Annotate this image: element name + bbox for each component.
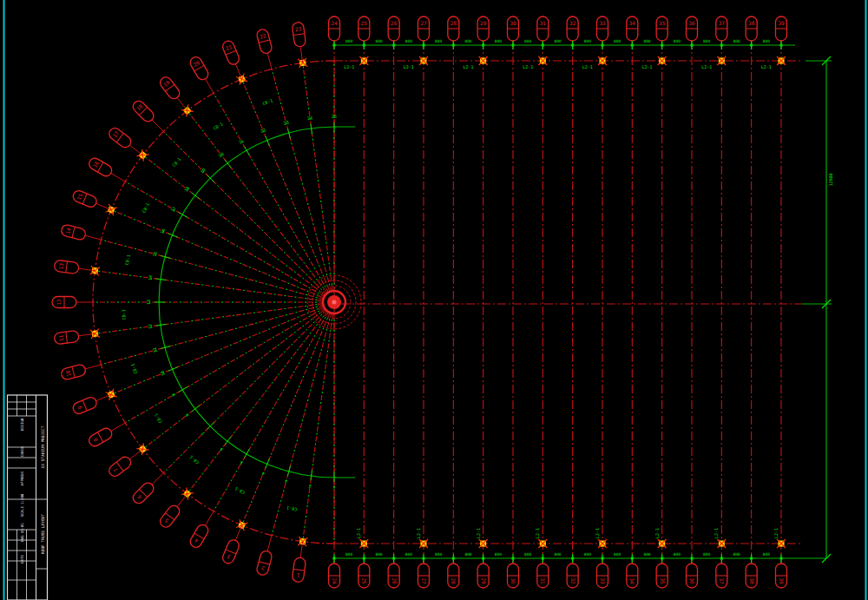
axis-bubble-label: 11 [57, 334, 64, 341]
intersection-marker[interactable] [359, 56, 368, 65]
axis-bubble-label: 24 [331, 20, 338, 26]
bay-dimension-text: 800 [643, 552, 650, 557]
dimension-node [601, 557, 603, 560]
axis-bubble-label: 33 [600, 577, 606, 584]
dimension-node [690, 557, 693, 560]
dimension-node [542, 557, 544, 560]
axis-bubble-label: 28 [450, 20, 457, 26]
bay-dimension-text: 800 [763, 39, 770, 43]
axis-bubble-label: 32 [570, 577, 576, 584]
intersection-marker[interactable] [479, 56, 488, 65]
bay-dimension-text: 800 [495, 552, 502, 557]
dimension-node [333, 44, 336, 47]
intersection-marker[interactable] [359, 539, 368, 548]
dimension-node [511, 557, 514, 560]
grid-bay-label: L2-1 [773, 528, 779, 538]
dimension-node [661, 44, 663, 47]
fan-bay-label: C8-1 [121, 309, 127, 320]
dimension-node [631, 44, 634, 47]
axis-bubble-label: 38 [749, 577, 755, 584]
intersection-marker[interactable] [777, 56, 786, 65]
cad-drawing-canvas[interactable]: 2524232221201918171615141312111098765432… [0, 0, 868, 600]
intersection-marker[interactable] [419, 56, 428, 65]
intersection-marker[interactable] [598, 56, 607, 65]
axis-bubble-label: 12 [56, 299, 62, 306]
axis-bubble-label: 37 [719, 577, 725, 584]
axis-bubble-label: 30 [510, 577, 516, 584]
intersection-marker[interactable] [479, 539, 488, 548]
dimension-node [779, 557, 782, 560]
intersection-marker[interactable] [419, 539, 428, 548]
dimension-node [452, 557, 455, 560]
dimension-node [571, 44, 574, 47]
title-block-field: DESIGN [20, 418, 24, 431]
bay-dimension-text: 800 [614, 552, 621, 557]
dimension-node [750, 557, 753, 560]
bay-dimension-text: 800 [435, 39, 442, 43]
arc-tick-label: 14 [147, 275, 153, 281]
grid-bay-label: L2-1 [404, 64, 414, 69]
grid-bay-label: L2-1 [595, 528, 600, 538]
bay-dimension-text: 800 [464, 39, 471, 43]
intersection-marker[interactable] [717, 539, 726, 548]
intersection-marker[interactable] [658, 539, 667, 548]
grid-bay-label: L2-1 [535, 528, 540, 538]
arc-tick-label: 13 [146, 300, 151, 305]
right-dimension-text: 12900 [828, 173, 833, 186]
intersection-marker[interactable] [777, 539, 786, 548]
bay-dimension-text: 800 [464, 552, 471, 557]
axis-bubble-label: 26 [391, 20, 398, 26]
axis-bubble-label: 36 [688, 20, 695, 26]
bay-dimension-text: 800 [733, 552, 740, 557]
axis-bubble-label: 23 [295, 25, 302, 32]
dimension-node [482, 44, 484, 47]
bay-dimension-text: 800 [674, 552, 681, 557]
dimension-node [631, 557, 634, 560]
grid-bay-label: L2-1 [356, 528, 361, 538]
cad-viewport: 2524232221201918171615141312111098765432… [0, 0, 868, 600]
dimension-node [542, 44, 544, 47]
grid-bay-label: L2-1 [463, 64, 473, 69]
grid-bay-label: L2-1 [344, 64, 354, 69]
bay-dimension-text: 800 [345, 39, 352, 43]
axis-bubble-label: 30 [510, 20, 516, 26]
dimension-node [363, 44, 365, 47]
axis-bubble-label: 34 [629, 577, 635, 584]
bay-dimension-text: 800 [763, 552, 770, 557]
grid-bay-label: L2-1 [701, 64, 712, 69]
axis-bubble-label: 35 [660, 577, 666, 584]
bay-dimension-text: 800 [405, 552, 412, 557]
intersection-marker[interactable] [658, 56, 667, 65]
intersection-marker[interactable] [598, 539, 607, 548]
axis-bubble-label: 36 [689, 577, 695, 584]
bay-dimension-text: 800 [554, 39, 561, 43]
grid-bay-label: L2-1 [582, 64, 593, 69]
arc-tick-label: 12 [147, 324, 153, 330]
bay-dimension-text: 800 [375, 552, 382, 557]
title-block-field: DATE [20, 555, 24, 564]
dimension-node [779, 44, 782, 47]
title-block-field: SCALE 1:200 [20, 493, 24, 517]
title-block-field: DWG GS-01 [20, 523, 24, 542]
axis-bubble-label: 24 [332, 577, 338, 584]
bay-dimension-text: 800 [524, 39, 531, 43]
grid-bay-label: L2-1 [416, 528, 421, 538]
bay-dimension-text: 800 [375, 39, 382, 43]
title-block-title: ROOF TRUSS LAYOUT [41, 514, 45, 554]
axis-bubble-label: 39 [778, 20, 785, 26]
bay-dimension-text: 800 [495, 39, 502, 43]
dimension-node [452, 44, 455, 47]
title-block-field: CHECK [20, 445, 24, 457]
axis-bubble-label: 39 [779, 577, 785, 584]
dimension-node [363, 557, 365, 560]
intersection-marker[interactable] [538, 539, 547, 548]
intersection-marker[interactable] [538, 56, 547, 65]
arc-tick-label: 25 [332, 114, 337, 119]
intersection-marker[interactable] [717, 56, 726, 65]
axis-bubble-label: 27 [421, 577, 427, 584]
arc-tick-label: 1 [332, 485, 335, 491]
axis-bubble-label: 28 [450, 577, 457, 584]
axis-bubble-label: 25 [361, 577, 367, 584]
canvas-background [0, 0, 868, 600]
dimension-node [720, 557, 723, 560]
